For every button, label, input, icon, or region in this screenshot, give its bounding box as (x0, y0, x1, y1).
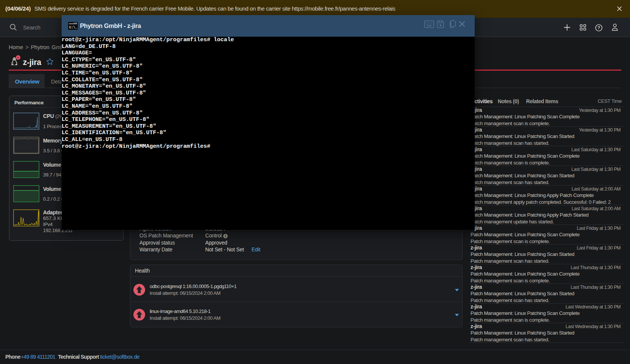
svg-text:?: ? (597, 25, 600, 30)
svg-text:C:\_: C:\_ (69, 26, 77, 29)
